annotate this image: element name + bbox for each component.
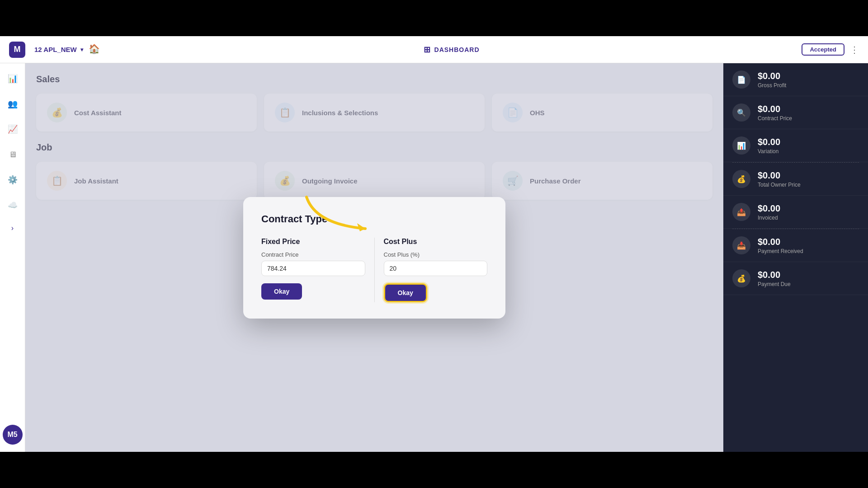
modal-overlay: Contract Type Fixed Price Contract Price…	[25, 63, 723, 452]
dashboard-grid-icon: ⊞	[424, 45, 431, 55]
cost-plus-label: Cost Plus (%)	[384, 251, 488, 258]
variation-label: Variation	[758, 148, 780, 155]
stat-invoiced: 📤 $0.00 Invoiced	[723, 196, 868, 229]
cost-plus-okay-button[interactable]: Okay	[384, 283, 427, 302]
app-container: M 12 APL_NEW ▾ 🏠 ⊞ DASHBOARD Accepted ⋮ …	[0, 36, 868, 452]
total-owner-price-icon: 💰	[732, 170, 750, 188]
stat-payment-received: 📥 $0.00 Payment Received	[723, 229, 868, 262]
sidebar-icon-chart[interactable]: 📈	[5, 121, 21, 137]
fixed-price-column: Fixed Price Contract Price Okay	[261, 238, 374, 302]
header-right: Accepted ⋮	[802, 43, 859, 56]
total-owner-price-label: Total Owner Price	[758, 182, 801, 188]
home-icon[interactable]: 🏠	[89, 43, 101, 56]
total-owner-price-amount: $0.00	[758, 170, 801, 181]
avatar[interactable]: M 5	[3, 425, 23, 445]
modal-title: Contract Type	[261, 213, 487, 225]
contract-price-input[interactable]	[261, 261, 365, 276]
contract-price-label: Contract Price	[261, 251, 365, 258]
avatar-text: M	[7, 431, 13, 439]
screen: M 12 APL_NEW ▾ 🏠 ⊞ DASHBOARD Accepted ⋮ …	[0, 0, 868, 488]
sidebar-icon-users[interactable]: 👥	[5, 96, 21, 112]
gross-profit-label: Gross Profit	[758, 82, 786, 89]
variation-icon: 📊	[732, 136, 750, 155]
header: M 12 APL_NEW ▾ 🏠 ⊞ DASHBOARD Accepted ⋮	[0, 36, 868, 63]
header-center: ⊞ DASHBOARD	[101, 45, 802, 55]
invoiced-label: Invoiced	[758, 215, 780, 221]
stat-gross-profit: 📄 $0.00 Gross Profit	[723, 63, 868, 96]
cost-plus-column: Cost Plus Cost Plus (%) Okay	[374, 238, 488, 302]
gross-profit-icon: 📄	[732, 70, 750, 89]
accepted-badge[interactable]: Accepted	[802, 43, 844, 56]
invoiced-icon: 📤	[732, 203, 750, 221]
project-chevron-icon: ▾	[80, 47, 83, 53]
stat-total-owner-price: 💰 $0.00 Total Owner Price	[723, 163, 868, 196]
page-content: Sales 💰 Cost Assistant 📋 Inclusions & Se…	[25, 63, 723, 452]
gross-profit-amount: $0.00	[758, 71, 786, 81]
cost-plus-title: Cost Plus	[384, 238, 488, 246]
sidebar-expand-button[interactable]: ›	[9, 222, 15, 234]
cost-plus-input[interactable]	[384, 261, 488, 276]
header-logo: M	[9, 42, 25, 58]
avatar-badge: 5	[14, 431, 18, 439]
sidebar-icon-analytics[interactable]: 📊	[5, 70, 21, 87]
black-bar-top	[0, 0, 868, 36]
header-project[interactable]: 12 APL_NEW ▾	[34, 46, 83, 53]
contract-price-stat-label: Contract Price	[758, 115, 792, 122]
payment-due-label: Payment Due	[758, 281, 791, 287]
invoiced-amount: $0.00	[758, 203, 780, 214]
dashboard-label: DASHBOARD	[434, 46, 480, 53]
payment-due-icon: 💰	[732, 269, 750, 287]
fixed-price-title: Fixed Price	[261, 238, 365, 246]
payment-received-amount: $0.00	[758, 237, 803, 247]
stat-contract-price: 🔍 $0.00 Contract Price	[723, 96, 868, 129]
contract-price-stat-icon: 🔍	[732, 103, 750, 122]
contract-price-stat-amount: $0.00	[758, 104, 792, 114]
variation-amount: $0.00	[758, 137, 780, 147]
payment-received-icon: 📥	[732, 236, 750, 254]
sidebar-icon-cloud[interactable]: ☁️	[5, 197, 21, 213]
contract-type-modal: Contract Type Fixed Price Contract Price…	[243, 197, 505, 319]
modal-columns: Fixed Price Contract Price Okay Cost Plu…	[261, 238, 487, 302]
stat-payment-due: 💰 $0.00 Payment Due	[723, 262, 868, 295]
sidebar-icons: 📊 👥 📈 🖥 ⚙️ ☁️ › M 5	[0, 63, 25, 452]
fixed-price-okay-button[interactable]: Okay	[261, 283, 302, 300]
sidebar-icon-monitor[interactable]: 🖥	[5, 146, 21, 163]
project-name: 12 APL_NEW	[34, 46, 77, 53]
sidebar-icon-settings[interactable]: ⚙️	[5, 172, 21, 188]
stat-variation: 📊 $0.00 Variation	[723, 129, 868, 162]
more-options-icon[interactable]: ⋮	[850, 44, 859, 55]
payment-received-label: Payment Received	[758, 248, 803, 254]
black-bar-bottom	[0, 452, 868, 488]
main-content: 📊 👥 📈 🖥 ⚙️ ☁️ › M 5 Sales 💰	[0, 63, 868, 452]
payment-due-amount: $0.00	[758, 270, 791, 280]
right-panel: 📄 $0.00 Gross Profit 🔍 $0.00 Contract Pr…	[723, 63, 868, 452]
